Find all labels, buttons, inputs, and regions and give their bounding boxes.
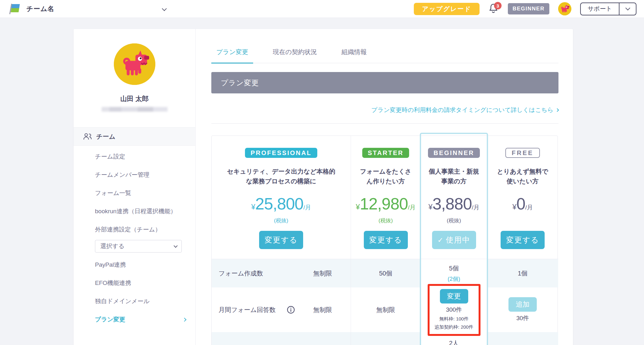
beginner-badge: BEGINNER	[428, 148, 480, 158]
beginner-members: 2人	[449, 339, 459, 345]
billing-link-row: プラン変更時の利用料金の請求タイミングについて詳しくはこちら	[211, 93, 558, 124]
team-icon	[83, 133, 92, 140]
sidebar-section-title: チーム	[96, 132, 115, 141]
page-title-bar: プラン変更	[211, 72, 558, 93]
professional-price: ¥25,800/月	[251, 194, 311, 213]
chevron-right-icon	[182, 318, 186, 322]
price-period: /月	[525, 203, 533, 212]
price-amount: 3,880	[432, 194, 472, 213]
tax-note: (税抜)	[379, 217, 393, 223]
sidebar-section-team: チーム	[74, 127, 195, 146]
pricing-table: PROFESSIONAL セキュリティ、データ出力など本格的な業務プロセスの構築…	[211, 136, 558, 345]
professional-form-count: 無制限	[297, 269, 348, 278]
change-to-starter-button[interactable]: 変更する	[364, 231, 408, 249]
settings-tabs: プラン変更 現在の契約状況 組織情報	[211, 41, 558, 63]
sidebar-item-plan-change[interactable]: プラン変更	[74, 310, 195, 329]
user-name: 山田 太郎	[120, 94, 149, 103]
team-switcher-chevron-icon[interactable]	[163, 6, 166, 12]
support-button[interactable]: サポート	[580, 3, 636, 15]
current-plan-label: 使用中	[446, 236, 470, 244]
sidebar-item-bookrun[interactable]: bookrun連携（日程選択機能）	[74, 202, 195, 220]
blurred-email	[102, 107, 168, 112]
sidebar-item-custom-domain-mail[interactable]: 独自ドメインメール	[74, 292, 195, 310]
profile-avatar	[114, 43, 155, 85]
content-card: 山田 太郎 チーム チーム設定 チームメンバー管理 フォーム一覧 bookrun…	[74, 29, 573, 345]
responses-row-label-cell: 月間フォーム回答数 無制限	[212, 287, 351, 332]
starter-members-cell	[351, 332, 421, 345]
notifications-button[interactable]: 3	[488, 3, 499, 14]
beginner-form-count: 5個	[449, 264, 459, 273]
change-to-professional-button[interactable]: 変更する	[259, 231, 303, 249]
plan-column-beginner: BEGINNER 個人事業主・新規事業の方 ¥3,880/月 (税抜) 使用中	[421, 136, 487, 259]
support-label: サポート	[581, 3, 619, 15]
starter-form-count: 50個	[379, 269, 392, 278]
sidebar-item-form-list[interactable]: フォーム一覧	[74, 184, 195, 202]
beginner-responses-total: 300件	[446, 306, 462, 314]
starter-badge: STARTER	[362, 148, 409, 158]
page-title: プラン変更	[221, 78, 259, 88]
free-responses-total: 30件	[516, 314, 529, 322]
change-responses-button[interactable]: 変更	[440, 289, 468, 303]
sidebar-item-member-management[interactable]: チームメンバー管理	[74, 166, 195, 184]
app-logo-icon	[9, 3, 20, 15]
top-header: チーム名 アップグレード 3 BEGINNER	[0, 0, 644, 18]
starter-responses-cell: 無制限	[351, 287, 421, 332]
chevron-right-icon	[555, 108, 559, 112]
form-count-label: フォーム作成数	[219, 269, 263, 278]
sidebar-item-efo[interactable]: EFO機能連携	[74, 274, 195, 292]
free-responses-cell: 追加 30件	[487, 287, 558, 332]
billing-timing-link[interactable]: プラン変更時の利用料金の請求タイミングについて詳しくはこちら	[371, 106, 558, 114]
plan-column-free: FREE とりあえず無料で使いたい方 ¥0/月 変更する	[487, 136, 558, 259]
settings-sidebar: 山田 太郎 チーム チーム設定 チームメンバー管理 フォーム一覧 bookrun…	[74, 29, 196, 345]
free-description: とりあえず無料で使いたい方	[495, 167, 551, 186]
current-plan-button: 使用中	[432, 231, 476, 249]
tab-organization-info[interactable]: 組織情報	[336, 41, 372, 63]
beginner-form-count-note: (2個)	[448, 275, 460, 283]
billing-link-label: プラン変更時の利用料金の請求タイミングについて詳しくはこちら	[371, 106, 553, 114]
info-icon[interactable]	[287, 306, 295, 314]
integration-select-value: 選択する	[100, 242, 125, 250]
tax-note: (税抜)	[447, 217, 461, 223]
price-period: /月	[408, 203, 415, 212]
tax-note: (税抜)	[274, 217, 288, 223]
price-period: /月	[303, 203, 311, 212]
check-icon	[437, 236, 446, 244]
professional-description: セキュリティ、データ出力など本格的な業務プロセスの構築に	[226, 167, 336, 186]
free-badge: FREE	[505, 148, 540, 158]
starter-responses: 無制限	[376, 306, 395, 314]
change-to-free-button[interactable]: 変更する	[501, 231, 545, 249]
price-period: /月	[472, 203, 479, 212]
sidebar-item-external-integrations[interactable]: 外部連携設定（チーム）	[74, 220, 195, 239]
profile-block: 山田 太郎	[74, 29, 195, 127]
price-amount: 0	[516, 194, 525, 213]
upgrade-button[interactable]: アップグレード	[414, 3, 480, 15]
tab-current-contract[interactable]: 現在の契約状況	[268, 41, 322, 63]
sidebar-item-paypal[interactable]: PayPal連携	[74, 256, 195, 274]
starter-price: ¥12,980/月	[356, 194, 415, 213]
add-responses-button[interactable]: 追加	[508, 297, 537, 312]
beginner-responses-extra-note: 追加契約枠: 200件	[435, 324, 473, 330]
professional-badge: PROFESSIONAL	[245, 148, 317, 158]
sidebar-item-team-settings[interactable]: チーム設定	[74, 147, 195, 166]
sidebar-menu: チーム設定 チームメンバー管理 フォーム一覧 bookrun連携（日程選択機能）…	[74, 146, 195, 329]
currency-symbol: ¥	[428, 203, 432, 211]
starter-form-count-cell: 50個	[351, 259, 421, 287]
free-members-cell	[487, 332, 558, 345]
chevron-down-icon	[174, 244, 178, 248]
currency-symbol: ¥	[356, 203, 360, 211]
price-amount: 12,980	[360, 194, 408, 213]
beginner-form-count-cell: 5個 (2個)	[421, 259, 487, 287]
members-row-label-cell	[212, 332, 351, 345]
free-price: ¥0/月	[513, 194, 533, 213]
currency-symbol: ¥	[251, 203, 255, 211]
integration-select[interactable]: 選択する	[95, 240, 182, 253]
tab-plan-change[interactable]: プラン変更	[211, 41, 253, 64]
responses-label: 月間フォーム回答数	[219, 306, 275, 314]
support-chevron-icon[interactable]	[619, 3, 636, 15]
current-plan-badge: BEGINNER	[508, 3, 549, 14]
user-avatar[interactable]	[558, 2, 571, 15]
red-annotation-box: 変更 300件 無料枠: 100件 追加契約枠: 200件	[428, 284, 480, 336]
professional-responses: 無制限	[297, 306, 348, 314]
beginner-description: 個人事業主・新規事業の方	[426, 167, 482, 186]
free-form-count-cell: 1個	[487, 259, 558, 287]
